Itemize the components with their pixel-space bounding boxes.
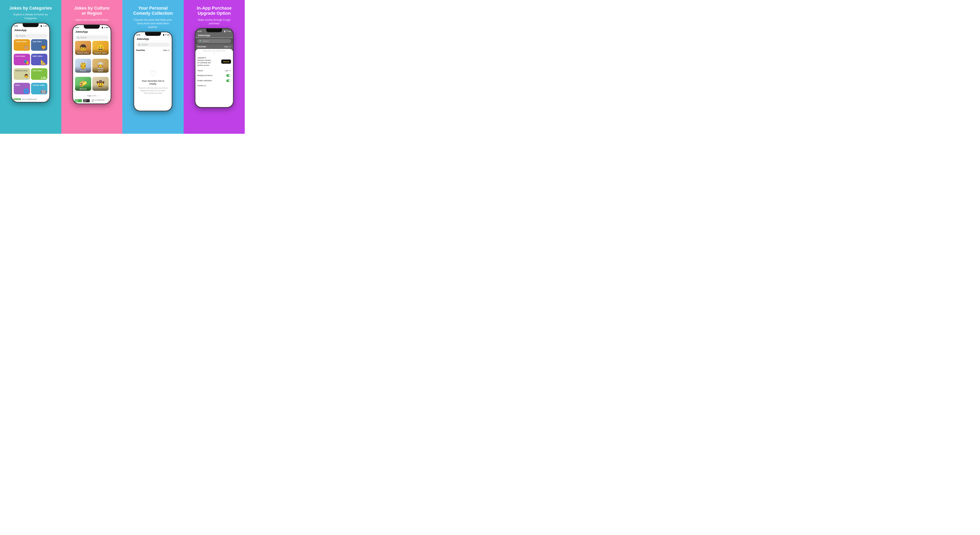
search-placeholder-1: Search <box>19 35 25 37</box>
filter-label-4: Filter <box>224 46 229 48</box>
search-bar-4[interactable]: 🔍 Search <box>197 39 231 43</box>
panel-2-title: Jokes by Cultureor Region <box>65 6 119 16</box>
search-bar-1[interactable]: 🔍 Search <box>14 34 47 38</box>
sheet-chevron: ∨ <box>196 52 233 55</box>
heart-icon: ♡ <box>150 69 157 78</box>
extra-overlay <box>92 85 109 91</box>
battery-3: 22% <box>167 34 170 36</box>
panel-purchase: In-App PurchaseUpgrade Option Make money… <box>184 0 245 134</box>
upgrade-button[interactable]: Upgrade <box>221 59 231 64</box>
next-arrow[interactable]: › <box>98 94 99 97</box>
wifi-icon-2: ⊙ <box>104 27 105 29</box>
category-science[interactable]: Science Jokes 🤖 <box>31 83 47 94</box>
search-bar-2[interactable]: 🔍 Search <box>75 35 109 40</box>
culture-mexican[interactable]: 🌮 Mexican <box>75 77 91 91</box>
ad-nice-2: Nice job! <box>75 99 82 102</box>
culture-african[interactable]: 👦 African Jokes <box>75 41 91 55</box>
time-2: 10:59 <box>75 27 79 29</box>
category-medical[interactable]: Medical Jokes 👨‍⚕️ <box>14 68 30 80</box>
panel-2-subtitle: Jokes from Around the World <box>75 18 108 22</box>
phone-notch-3 <box>145 32 161 36</box>
theme-label: Theme <box>197 70 203 72</box>
prev-arrow[interactable]: ‹ <box>84 94 85 97</box>
filter-button[interactable]: Filter ▼ <box>163 49 170 51</box>
battery-1: 22% <box>45 25 47 27</box>
app-name-1: JokesApp <box>12 28 49 33</box>
ad-bar-1: Nice job! This is a 320x50 test ad. ● <box>12 96 49 102</box>
bg-theme-label: Background theme <box>197 75 213 76</box>
signal-icon: ▐▌ <box>40 25 42 27</box>
phone-screen-4: 10:59 ▐▌ ⊙ 22% JokesApp 🔍 Search Favorit… <box>196 29 233 107</box>
favorites-section: Favorites Filter ▼ <box>134 48 172 53</box>
setting-bg-theme: Background theme <box>196 73 233 78</box>
category-puns[interactable]: Puns 🌐 <box>14 83 30 94</box>
cat-emoji-animal: 🐵 <box>23 45 29 50</box>
upgrade-row: Upgrade toPremium Versionfor unlimited a… <box>196 55 233 68</box>
setting-contact[interactable]: Contact us › <box>196 83 233 88</box>
filter-button-4[interactable]: Filter ▼ <box>224 46 231 48</box>
battery-4: 22% <box>228 31 231 32</box>
status-icons-1: ▐▌ ⊙ 22% <box>40 25 47 27</box>
category-animal[interactable]: Animal Jokes 🐵 <box>14 39 30 51</box>
category-math[interactable]: Math Jokes 📐 <box>31 54 47 65</box>
notification-toggle[interactable] <box>226 80 231 82</box>
culture-french[interactable]: 🤴 French <box>75 59 91 73</box>
category-dad[interactable]: Dad Jokes 🦁 <box>31 39 47 51</box>
phone-1: 10:58 ▐▌ ⊙ 22% JokesApp 🔍 Search Animal … <box>11 23 50 102</box>
search-bar-3[interactable]: 🔍 Search <box>136 43 170 47</box>
phone-notch-4 <box>206 29 222 32</box>
search-icon-2: 🔍 <box>77 37 80 38</box>
filter-label: Filter <box>163 49 167 51</box>
page-text: Page 1 of 1 <box>87 95 96 97</box>
empty-favorites-title: Your favorites list is empty. <box>138 80 168 85</box>
mexican-label: Mexican <box>80 88 87 90</box>
search-icon-1: 🔍 <box>16 35 18 37</box>
phone-screen-3: 10:59 ▐▌ ⊙ 22% JokesApp 🔍 Search Favorit… <box>134 32 172 111</box>
phone-notch-1 <box>23 24 38 27</box>
setting-theme: Theme Light ▼ <box>196 68 233 73</box>
setting-notification: Enable notification <box>196 78 233 83</box>
panel-3-subtitle: Favorite the jokes that tickle yourfunny… <box>134 18 172 29</box>
panel-categories: Jokes by Categories Explore a Variety of… <box>0 0 61 134</box>
phone-notch-2 <box>84 25 100 29</box>
phone-4: 10:59 ▐▌ ⊙ 22% JokesApp 🔍 Search Favorit… <box>195 28 234 108</box>
app-name-3: JokesApp <box>134 37 172 41</box>
categories-grid: Animal Jokes 🐵 Dad Jokes 🦁 Food Jokes 🎭 … <box>12 39 49 96</box>
cat-emoji-food: 🎭 <box>23 59 29 65</box>
wifi-icon: ⊙ <box>43 25 44 27</box>
theme-value[interactable]: Light ▼ <box>225 70 231 72</box>
cat-emoji-science: 🤖 <box>41 88 46 94</box>
culture-indian[interactable]: 👳 Indian <box>92 59 109 73</box>
theme-dropdown-icon: ▼ <box>229 70 231 72</box>
contact-arrow: › <box>230 84 231 87</box>
time-1: 10:58 <box>14 25 18 27</box>
phone-3: 10:59 ▐▌ ⊙ 22% JokesApp 🔍 Search Favorit… <box>134 32 172 111</box>
cat-label-animal: Animal Jokes <box>15 41 29 43</box>
ad-badge-2: Test Ad <box>83 99 90 102</box>
panel-1-subtitle: Explore a Variety of Humor byCategories <box>14 13 48 20</box>
settings-sheet: Swipe down or click outside to close ∨ U… <box>196 49 233 107</box>
culture-grid: 👦 African Jokes 😄 Chinese Jokes 🤴 French… <box>73 41 111 94</box>
cat-label-dad: Dad Jokes <box>33 41 46 43</box>
bg-theme-toggle[interactable] <box>226 74 231 77</box>
panel-4-subtitle: Make money through In-apppurchase <box>198 18 231 25</box>
panel-culture: Jokes by Cultureor Region Jokes from Aro… <box>61 0 123 134</box>
french-label: French <box>80 70 86 72</box>
signal-icon-2: ▐▌ <box>102 27 103 28</box>
cat-emoji-medical: 👨‍⚕️ <box>23 74 29 80</box>
ad-logo-1: ● <box>46 98 48 100</box>
notification-label: Enable notification <box>197 80 212 81</box>
category-oneliners[interactable]: One-Liners LOL <box>31 68 47 80</box>
search-icon-3: 🔍 <box>138 44 140 46</box>
upgrade-text: Upgrade toPremium Versionfor unlimited a… <box>197 57 220 67</box>
category-food[interactable]: Food Jokes 🎭 <box>14 54 30 65</box>
cat-emoji-puns: 🌐 <box>23 88 29 94</box>
cat-label-math: Math Jokes <box>33 55 46 57</box>
cat-label-medical: Medical Jokes <box>15 70 29 72</box>
chinese-label: Chinese Jokes <box>94 52 107 54</box>
phone-screen-2: 10:59 ▐▌ ⊙ 22% JokesApp 🔍 Search 👦 Afric… <box>73 25 111 103</box>
culture-extra[interactable]: 🤠 <box>92 77 109 91</box>
culture-chinese[interactable]: 😄 Chinese Jokes <box>92 41 109 55</box>
favorites-label-4: Favorites <box>197 46 206 48</box>
panel-1-title: Jokes by Categories <box>4 6 57 11</box>
